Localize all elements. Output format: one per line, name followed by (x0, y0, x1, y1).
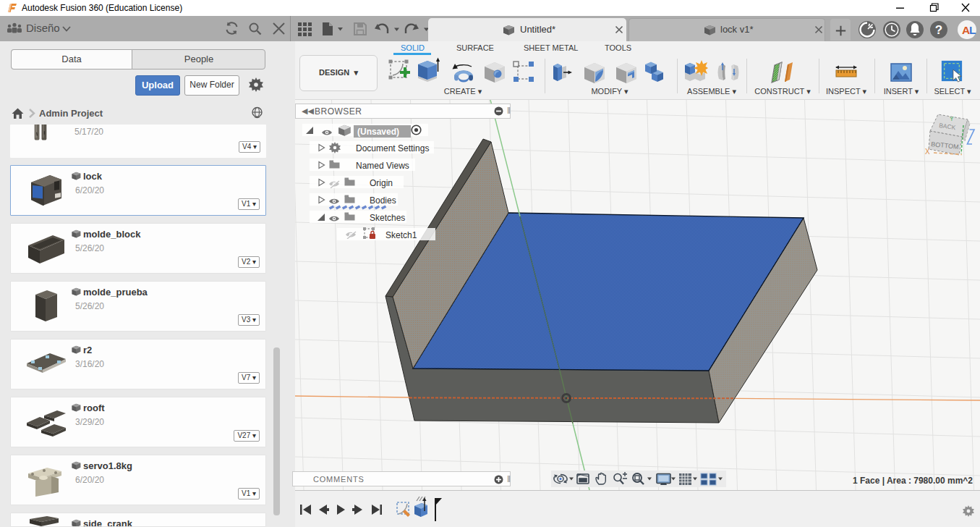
svg-text:X: X (925, 148, 930, 156)
svg-text:?: ? (935, 23, 942, 37)
svg-text:L: L (969, 24, 976, 36)
svg-text:Y: Y (950, 115, 954, 122)
